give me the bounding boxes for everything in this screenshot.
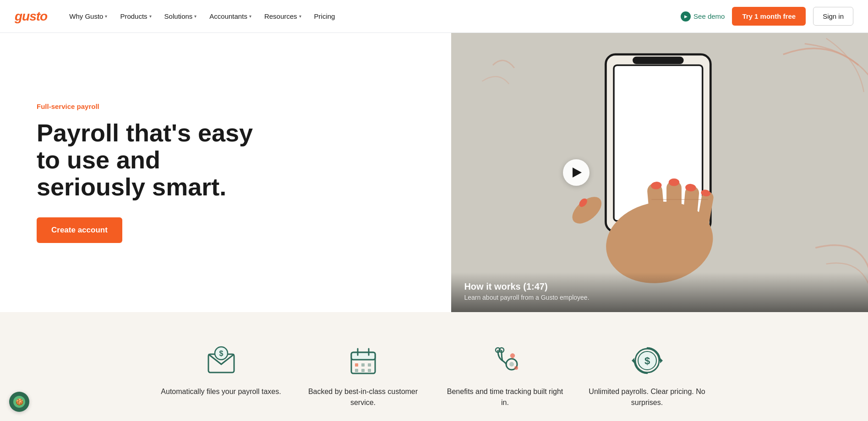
feature-item-benefits: Benefits and time tracking built right i…	[443, 344, 567, 408]
hero-illustration	[451, 33, 868, 312]
feature-item-pricing: $ Unlimited payrolls. Clear pricing. No …	[585, 344, 709, 408]
sign-in-button[interactable]: Sign in	[813, 7, 853, 26]
play-button[interactable]	[563, 159, 590, 186]
feature-item-payroll-taxes: $ Automatically files your payroll taxes…	[159, 344, 283, 408]
play-icon	[573, 167, 582, 178]
nav-right: ▶ See demo Try 1 month free Sign in	[681, 7, 853, 26]
svg-marker-37	[660, 358, 663, 363]
cookie-consent-button[interactable]: 🍪	[9, 392, 29, 412]
svg-point-12	[669, 178, 679, 186]
svg-rect-3	[633, 57, 684, 64]
hero-title: Payroll that's easy to use and seriously…	[37, 119, 275, 201]
feature-text-pricing: Unlimited payrolls. Clear pricing. No su…	[585, 386, 709, 408]
nav-label-accountants: Accountants	[209, 12, 247, 20]
nav-links: Why Gusto ▾ Products ▾ Solutions ▾ Accou…	[64, 9, 681, 24]
nav-item-resources[interactable]: Resources ▾	[259, 9, 307, 24]
nav-item-why-gusto[interactable]: Why Gusto ▾	[64, 9, 113, 24]
svg-marker-38	[632, 358, 634, 363]
svg-point-33	[514, 366, 518, 370]
feature-text-payroll-taxes: Automatically files your payroll taxes.	[161, 386, 281, 397]
nav-label-pricing: Pricing	[314, 12, 335, 20]
play-circle-icon: ▶	[681, 11, 691, 22]
svg-text:$: $	[219, 350, 223, 357]
payroll-tax-icon: $	[205, 344, 238, 377]
feature-text-benefits: Benefits and time tracking built right i…	[443, 386, 567, 408]
video-title: How it works (1:47)	[464, 281, 855, 292]
see-demo-label: See demo	[693, 12, 725, 20]
chevron-down-icon: ▾	[105, 14, 107, 19]
chevron-down-icon: ▾	[249, 14, 251, 19]
svg-rect-24	[361, 363, 365, 367]
hero-eyebrow: Full-service payroll	[37, 103, 424, 110]
svg-point-30	[509, 362, 514, 367]
features-grid: $ Automatically files your payroll taxes…	[159, 344, 709, 408]
svg-rect-26	[355, 369, 358, 372]
hero-left-panel: Full-service payroll Payroll that's easy…	[0, 33, 451, 312]
video-play-area[interactable]	[563, 159, 590, 186]
feature-item-customer-service: Backed by best-in-class customer service…	[301, 344, 425, 408]
nav-label-resources: Resources	[264, 12, 297, 20]
logo[interactable]: gusto	[15, 9, 47, 24]
chevron-down-icon: ▾	[149, 14, 152, 19]
nav-label-why-gusto: Why Gusto	[69, 12, 103, 20]
svg-rect-20	[351, 352, 375, 360]
nav-item-solutions[interactable]: Solutions ▾	[159, 9, 202, 24]
nav-item-pricing[interactable]: Pricing	[309, 9, 341, 24]
svg-rect-7	[666, 181, 682, 232]
cookie-icon: 🍪	[13, 396, 25, 408]
svg-rect-23	[355, 363, 358, 367]
pricing-icon: $	[631, 344, 664, 377]
try-free-button[interactable]: Try 1 month free	[732, 7, 806, 26]
benefits-icon	[489, 344, 522, 377]
svg-rect-27	[361, 369, 365, 372]
feature-text-customer-service: Backed by best-in-class customer service…	[301, 386, 425, 408]
nav-label-solutions: Solutions	[164, 12, 193, 20]
chevron-down-icon: ▾	[299, 14, 301, 19]
svg-text:$: $	[644, 355, 650, 367]
chevron-down-icon: ▾	[194, 14, 197, 19]
create-account-button[interactable]: Create account	[37, 217, 122, 243]
video-subtitle: Learn about payroll from a Gusto employe…	[464, 294, 855, 301]
nav-item-accountants[interactable]: Accountants ▾	[204, 9, 257, 24]
svg-rect-25	[368, 363, 371, 367]
svg-rect-28	[368, 369, 371, 372]
nav-item-products[interactable]: Products ▾	[115, 9, 157, 24]
see-demo-link[interactable]: ▶ See demo	[681, 11, 725, 22]
video-overlay: How it works (1:47) Learn about payroll …	[451, 272, 868, 312]
calendar-icon	[347, 344, 380, 377]
hero-section: Full-service payroll Payroll that's easy…	[0, 33, 868, 312]
features-section: $ Automatically files your payroll taxes…	[0, 312, 868, 421]
nav-label-products: Products	[120, 12, 147, 20]
navigation: gusto Why Gusto ▾ Products ▾ Solutions ▾…	[0, 0, 868, 33]
hero-video-panel[interactable]: How it works (1:47) Learn about payroll …	[451, 33, 868, 312]
